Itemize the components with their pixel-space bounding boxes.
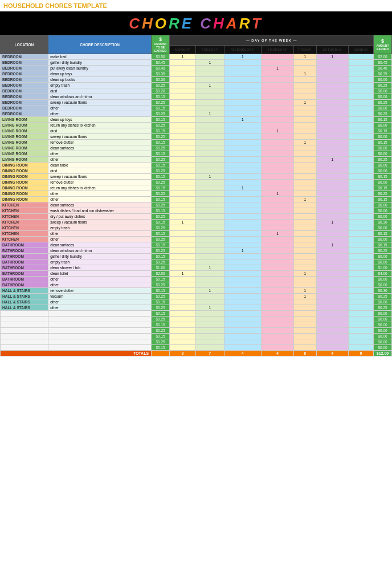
- location-cell: HALL & STAIRS: [1, 288, 48, 294]
- day-cell-tue: [196, 242, 224, 248]
- day-cell-wed: [224, 140, 262, 145]
- table-row: KITCHENclean surfaces$0.25$0.00: [1, 202, 392, 208]
- day-cell-wed: [224, 282, 262, 288]
- table-row: BEDROOMclean up toys$0.351$0.35: [1, 71, 392, 77]
- earned-cell: $0.00: [374, 145, 392, 151]
- day-cell-tue: [196, 214, 224, 220]
- day-cell-sun: [348, 208, 373, 214]
- day-cell-wed: [224, 100, 262, 106]
- day-cell-tue: [196, 225, 224, 231]
- location-cell: BEDROOM: [1, 54, 48, 60]
- day-cell-tue: [196, 299, 224, 305]
- day-cell-tue: 1: [196, 305, 224, 311]
- location-cell: BEDROOM: [1, 66, 48, 71]
- day-cell-fri: [293, 185, 316, 191]
- day-cell-thu: [262, 311, 294, 317]
- earned-cell: $0.00: [374, 151, 392, 157]
- day-cell-fri: 1: [293, 71, 316, 77]
- day-cell-fri: [293, 111, 316, 117]
- chore-cell: remove clutter: [48, 288, 152, 294]
- amount-cell: $0.15: [152, 220, 170, 225]
- day-cell-sat: [316, 94, 348, 100]
- amount-cell: $1.00: [152, 265, 170, 271]
- day-cell-thu: [262, 225, 294, 231]
- amount-cell: $0.15: [152, 311, 170, 317]
- day-cell-thu: [262, 248, 294, 254]
- chore-cell: clean up books: [48, 77, 152, 83]
- day-cell-mon: [170, 259, 196, 265]
- table-row: BEDROOMsweep / vacuum floors$0.251$0.25: [1, 100, 392, 106]
- totals-fri: 8: [293, 351, 316, 356]
- day-cell-sat: [316, 60, 348, 66]
- location-cell: BEDROOM: [1, 111, 48, 117]
- earned-cell: $0.00: [374, 299, 392, 305]
- day-cell-sat: 1: [316, 157, 348, 163]
- day-cell-thu: 1: [262, 128, 294, 134]
- chore-cell: other: [48, 197, 152, 202]
- day-cell-sun: [348, 140, 373, 145]
- day-cell-thu: [262, 151, 294, 157]
- totals-thu: 4: [262, 351, 294, 356]
- day-cell-wed: [224, 180, 262, 185]
- day-cell-sun: [348, 220, 373, 225]
- earned-cell: $0.00: [374, 328, 392, 334]
- day-cell-wed: 1: [224, 185, 262, 191]
- day-cell-tue: [196, 345, 224, 351]
- table-row: LIVING ROOMsweep / vacuum floors$0.25$0.…: [1, 134, 392, 140]
- totals-earned: $12.00: [374, 351, 392, 356]
- amount-cell: $0.15: [152, 106, 170, 111]
- amount-cell: $0.25: [152, 83, 170, 88]
- day-cell-fri: [293, 254, 316, 259]
- amount-cell: $0.15: [152, 128, 170, 134]
- day-cell-sat: [316, 248, 348, 254]
- day-cell-sun: [348, 88, 373, 94]
- table-row: KITCHENother$0.151$0.15: [1, 231, 392, 237]
- day-cell-tue: [196, 277, 224, 282]
- day-cell-sat: [316, 294, 348, 299]
- day-cell-sun: [348, 100, 373, 106]
- day-cell-thu: [262, 299, 294, 305]
- earned-cell: $0.30: [374, 220, 392, 225]
- location-cell: DINING ROOM: [1, 197, 48, 202]
- day-cell-sun: [348, 145, 373, 151]
- amount-cell: $0.25: [152, 111, 170, 117]
- day-cell-fri: [293, 117, 316, 123]
- day-cell-sat: 1: [316, 220, 348, 225]
- day-cell-fri: [293, 305, 316, 311]
- day-cell-thu: [262, 339, 294, 345]
- day-cell-tue: [196, 237, 224, 242]
- day-cell-wed: [224, 168, 262, 174]
- location-cell: LIVING ROOM: [1, 145, 48, 151]
- day-cell-wed: [224, 145, 262, 151]
- day-cell-thu: [262, 111, 294, 117]
- amount-to-earn-header: $ AMOUNT TO BE EARNED: [152, 35, 170, 54]
- amount-cell: $0.15: [152, 117, 170, 123]
- totals-row: TOTALS 3 7 4 4 8 4 0 $12.00: [1, 351, 392, 356]
- day-cell-thu: [262, 259, 294, 265]
- day-cell-sun: [348, 214, 373, 220]
- day-cell-sat: [316, 66, 348, 71]
- day-cell-sat: [316, 111, 348, 117]
- day-cell-mon: [170, 299, 196, 305]
- day-cell-mon: [170, 305, 196, 311]
- location-cell: BATHROOM: [1, 254, 48, 259]
- day-cell-mon: [170, 334, 196, 339]
- location-cell: BEDROOM: [1, 88, 48, 94]
- day-cell-sat: [316, 277, 348, 282]
- location-cell: BATHROOM: [1, 282, 48, 288]
- day-cell-sun: [348, 277, 373, 282]
- totals-tue: 7: [196, 351, 224, 356]
- day-cell-wed: 1: [224, 54, 262, 60]
- day-cell-mon: [170, 145, 196, 151]
- day-cell-fri: [293, 134, 316, 140]
- chore-cell: other: [48, 277, 152, 282]
- location-cell: KITCHEN: [1, 214, 48, 220]
- day-cell-mon: [170, 168, 196, 174]
- day-cell-mon: [170, 128, 196, 134]
- day-cell-mon: [170, 277, 196, 282]
- earned-cell: $0.25: [374, 248, 392, 254]
- day-cell-mon: [170, 157, 196, 163]
- day-cell-thu: [262, 254, 294, 259]
- wednesday-header: WEDNESDAY: [224, 46, 262, 54]
- chore-cell: [48, 322, 152, 328]
